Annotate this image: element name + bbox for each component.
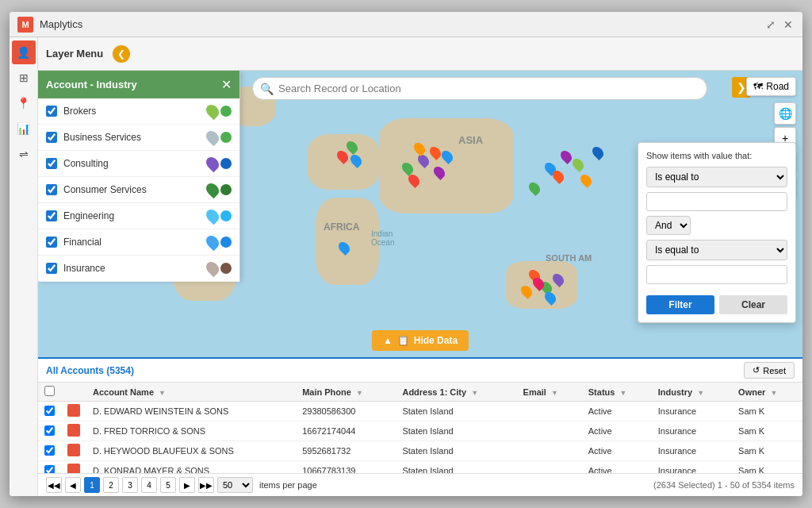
owner-filter-icon[interactable]: ▼ (770, 389, 777, 397)
row-icon-cell (61, 402, 86, 421)
next-page-btn[interactable]: ▶ (179, 477, 195, 493)
row-select-checkbox-1[interactable] (44, 425, 55, 436)
layer-icons-consumer (207, 183, 232, 197)
toolbar-layers-btn[interactable]: ⊞ (12, 66, 36, 90)
circle-icon-insurance (220, 263, 232, 274)
page-4-btn[interactable]: 4 (141, 477, 157, 493)
reset-icon: ↺ (753, 365, 760, 375)
layer-panel-title: Account - Industry (46, 79, 137, 90)
circle-icon-business (220, 132, 232, 143)
layer-checkbox-brokers[interactable] (46, 106, 57, 117)
toolbar-route-btn[interactable]: ⇌ (12, 142, 36, 166)
page-2-btn[interactable]: 2 (103, 477, 119, 493)
industry-filter-icon[interactable]: ▼ (697, 389, 704, 397)
address-city-filter-icon[interactable]: ▼ (471, 389, 478, 397)
layer-checkbox-insurance[interactable] (46, 263, 57, 274)
col-owner[interactable]: Owner ▼ (732, 383, 802, 402)
layer-item-financial: Financial (38, 229, 239, 256)
row-record-icon-1 (67, 424, 80, 437)
layer-item-business: Business Services (38, 125, 239, 151)
col-main-phone[interactable]: Main Phone ▼ (296, 383, 396, 402)
select-all-checkbox[interactable] (44, 386, 55, 396)
filter-connector-row: And Or (646, 216, 787, 235)
toolbar-user-btn[interactable]: 👤 (12, 40, 36, 64)
filter-apply-btn[interactable]: Filter (646, 295, 714, 314)
col-address-city[interactable]: Address 1: City ▼ (396, 383, 516, 402)
row-checkbox-cell (38, 461, 61, 474)
layer-checkbox-business[interactable] (46, 132, 57, 143)
page-3-btn[interactable]: 3 (122, 477, 138, 493)
layer-item-engineering: Engineering (38, 203, 239, 229)
restore-button[interactable]: ⤢ (764, 18, 777, 31)
status-filter-icon[interactable]: ▼ (619, 389, 626, 397)
filter-clear-btn[interactable]: Clear (719, 295, 787, 314)
filter-connector-select[interactable]: And Or (646, 216, 691, 235)
page-count-text: (2634 Selected) 1 - 50 of 5354 items (653, 480, 795, 490)
hide-data-icon: ▲ (383, 335, 393, 346)
filter-value1-input[interactable] (646, 192, 787, 211)
main-window: M Maplytics ⤢ ✕ 👤 ⊞ 📍 📊 ⇌ Layer Menu ❮ (10, 12, 802, 496)
layer-checkbox-consumer[interactable] (46, 184, 57, 195)
table-header-row: Account Name ▼ Main Phone ▼ Address 1: C… (38, 383, 802, 402)
toolbar-chart-btn[interactable]: 📊 (12, 117, 36, 140)
page-1-btn[interactable]: 1 (84, 477, 100, 493)
prev-page-btn[interactable]: ◀ (65, 477, 81, 493)
map-pin-14 (590, 144, 606, 160)
circle-icon-brokers (220, 106, 232, 117)
col-account-name[interactable]: Account Name ▼ (86, 383, 296, 402)
row-address-city-2: Staten Island (396, 441, 516, 461)
hide-data-table-icon: 📋 (397, 335, 409, 346)
row-main-phone-1: 16672174044 (296, 421, 396, 441)
first-page-btn[interactable]: ◀◀ (46, 477, 62, 493)
layer-label-business: Business Services (63, 132, 201, 143)
map-pin-8 (527, 180, 542, 196)
row-select-checkbox-2[interactable] (44, 445, 55, 456)
reset-btn[interactable]: ↺ Reset (744, 362, 795, 379)
row-select-checkbox-0[interactable] (44, 406, 55, 416)
collapse-panel-btn[interactable]: ❮ (113, 45, 130, 63)
layer-item-insurance: Insurance (38, 256, 239, 282)
col-status[interactable]: Status ▼ (582, 383, 652, 402)
layer-panel-close-btn[interactable]: ✕ (221, 77, 232, 92)
col-industry[interactable]: Industry ▼ (652, 383, 732, 402)
row-owner-2: Sam K (732, 441, 802, 461)
layer-panel: Account - Industry ✕ Brokers Business Se… (38, 71, 240, 282)
last-page-btn[interactable]: ▶▶ (198, 477, 214, 493)
toolbar-pin-btn[interactable]: 📍 (12, 91, 36, 115)
top-bar: Layer Menu ❮ (38, 37, 802, 71)
search-input[interactable] (252, 77, 707, 100)
layer-checkbox-consulting[interactable] (46, 158, 57, 169)
pin-icon-engineering (204, 207, 222, 225)
filter-popup: Show items with value that: Is equal to … (638, 142, 796, 323)
col-email[interactable]: Email ▼ (517, 383, 582, 402)
row-record-icon-3 (67, 464, 80, 473)
layer-checkbox-engineering[interactable] (46, 210, 57, 221)
filter-value2-input[interactable] (646, 265, 787, 284)
pin-icon-consulting (204, 155, 222, 173)
layer-label-consumer: Consumer Services (63, 184, 201, 195)
hide-data-btn[interactable]: ▲ 📋 Hide Data (372, 330, 469, 351)
main-phone-filter-icon[interactable]: ▼ (356, 389, 363, 397)
row-select-checkbox-3[interactable] (44, 465, 55, 474)
layer-label-engineering: Engineering (63, 210, 201, 221)
filter-condition1-select[interactable]: Is equal to Is not equal to Contains (646, 167, 787, 187)
row-main-phone-0: 29380586300 (296, 402, 396, 421)
road-view-btn[interactable]: 🗺 Road (746, 77, 796, 96)
items-per-page-select[interactable]: 50 100 200 (217, 477, 253, 493)
page-5-btn[interactable]: 5 (160, 477, 176, 493)
filter-condition2-select[interactable]: Is equal to Is not equal to Contains (646, 240, 787, 260)
data-table-area: All Accounts (5354) ↺ Reset Account Name… (38, 357, 802, 496)
layer-checkbox-financial[interactable] (46, 237, 57, 248)
hide-data-label: Hide Data (414, 335, 458, 346)
row-industry-2: Insurance (652, 441, 732, 461)
circle-icon-consumer (220, 184, 232, 195)
globe-btn[interactable]: 🌐 (774, 102, 796, 125)
account-name-filter-icon[interactable]: ▼ (159, 389, 166, 397)
layer-label-insurance: Insurance (63, 263, 201, 274)
table-header-bar: All Accounts (5354) ↺ Reset (38, 359, 802, 383)
email-filter-icon[interactable]: ▼ (551, 389, 558, 397)
close-button[interactable]: ✕ (782, 18, 795, 31)
table-row: D. FRED TORRICO & SONS 16672174044 State… (38, 421, 802, 441)
row-email-1 (517, 421, 582, 441)
title-bar-controls: ⤢ ✕ (764, 18, 795, 31)
